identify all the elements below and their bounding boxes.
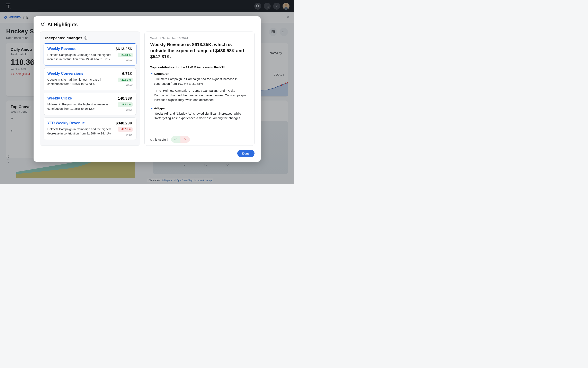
modal-overlay: AI Highlights Unexpected changes i Weekl… bbox=[0, 0, 294, 184]
change-description: Google in Site had the highest increase … bbox=[47, 78, 115, 87]
contributor-text: - Helmets Campaign in Campaign had the h… bbox=[154, 77, 249, 86]
bullet-icon bbox=[151, 108, 153, 109]
info-icon[interactable]: i bbox=[84, 37, 87, 40]
done-button[interactable]: Done bbox=[237, 150, 254, 157]
change-period: WoW bbox=[126, 59, 133, 62]
contributors-label: Top contributors for the 22.43% increase… bbox=[150, 65, 249, 69]
ai-highlights-modal: AI Highlights Unexpected changes i Weekl… bbox=[34, 16, 261, 162]
contributor-name: Adtype bbox=[151, 106, 249, 110]
contributor-name: Campaign bbox=[151, 72, 249, 75]
thumbs-up-button[interactable] bbox=[171, 136, 181, 143]
vote-group bbox=[171, 136, 190, 143]
change-delta-pill: ↑ 22.43 % bbox=[118, 53, 133, 57]
contributor-text: "Social Ad" and "Display Ad" showed sign… bbox=[154, 111, 249, 120]
useful-question: Is this useful? bbox=[150, 138, 168, 141]
modal-footer: Done bbox=[34, 146, 261, 162]
change-value: 6.71K bbox=[122, 71, 133, 76]
change-title: YTD Weekly Revenue bbox=[47, 121, 85, 125]
change-delta-pill: ↑ 27.81 % bbox=[118, 78, 133, 82]
changes-panel[interactable]: Unexpected changes i Weekly Revenue$613.… bbox=[40, 32, 140, 146]
change-value: $613.25K bbox=[116, 47, 132, 51]
detail-panel: Week of September 16 2024 Weekly Revenue… bbox=[145, 32, 254, 146]
change-card[interactable]: Weekly Conversions6.71KGoogle in Site ha… bbox=[44, 68, 136, 90]
detail-date: Week of September 16 2024 bbox=[150, 37, 249, 40]
section-title: Unexpected changes i bbox=[44, 36, 136, 40]
change-title: Weekly Revenue bbox=[47, 47, 77, 51]
detail-scroll[interactable]: Week of September 16 2024 Weekly Revenue… bbox=[145, 32, 254, 133]
change-description: Midwest in Region had the highest increa… bbox=[47, 102, 115, 111]
contributor-item: Campaign- Helmets Campaign in Campaign h… bbox=[150, 72, 249, 102]
change-period: WoW bbox=[126, 133, 133, 136]
modal-header: AI Highlights bbox=[34, 16, 261, 29]
change-value: $340.29K bbox=[116, 121, 132, 125]
contributor-text: - The "Helmets Campaign," "Jersey Campai… bbox=[154, 88, 249, 102]
contributor-item: Adtype"Social Ad" and "Display Ad" showe… bbox=[150, 106, 249, 120]
change-card[interactable]: Weekly Revenue$613.25KHelmets Campaign i… bbox=[44, 43, 136, 65]
change-description: Helmets Campaign in Campaign had the hig… bbox=[47, 127, 115, 136]
change-delta-pill: ↓ 44.51 % bbox=[118, 127, 133, 132]
change-title: Weekly Conversions bbox=[47, 71, 83, 76]
detail-headline: Weekly Revenue is $613.25K, which is out… bbox=[150, 42, 249, 60]
change-title: Weekly Clicks bbox=[47, 96, 72, 101]
bullet-icon bbox=[151, 73, 153, 74]
modal-title: AI Highlights bbox=[47, 22, 78, 28]
change-card[interactable]: Weekly Clicks140.33KMidwest in Region ha… bbox=[44, 93, 136, 115]
change-description: Helmets Campaign in Campaign had the hig… bbox=[47, 53, 115, 62]
sparkle-icon bbox=[41, 22, 45, 27]
change-period: WoW bbox=[126, 109, 133, 111]
thumbs-down-button[interactable] bbox=[181, 136, 190, 143]
change-value: 140.33K bbox=[118, 96, 133, 101]
change-card[interactable]: YTD Weekly Revenue$340.29KHelmets Campai… bbox=[44, 118, 136, 140]
change-delta-pill: ↑ 18.91 % bbox=[118, 102, 133, 107]
feedback-footer: Is this useful? bbox=[145, 133, 254, 146]
change-period: WoW bbox=[126, 84, 133, 87]
